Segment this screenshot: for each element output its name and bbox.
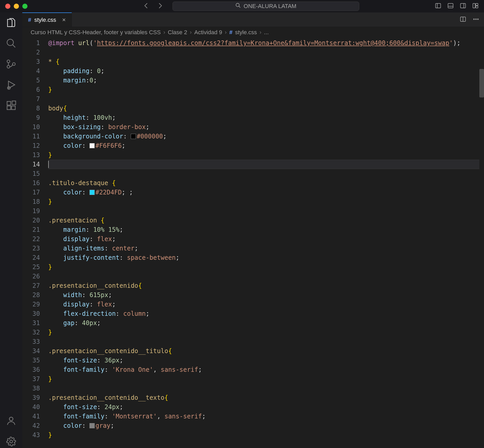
code-line[interactable] — [48, 272, 484, 281]
code-line[interactable] — [48, 337, 484, 346]
code-token: , — [157, 412, 164, 421]
svg-line-1 — [239, 6, 240, 8]
code-token — [48, 253, 63, 262]
code-line[interactable]: color: gray; — [48, 421, 484, 430]
code-token — [48, 66, 63, 76]
code-token: ; — [198, 365, 202, 374]
code-line[interactable]: } — [48, 262, 484, 272]
code-line[interactable]: } — [48, 197, 484, 206]
code-token: ; — [112, 234, 116, 244]
layout-customize-icon[interactable] — [472, 2, 479, 10]
source-control-icon[interactable] — [6, 59, 17, 71]
chevron-right-icon: › — [225, 29, 227, 36]
code-line[interactable]: @import url('https://fonts.googleapis.co… — [48, 38, 484, 48]
code-editor[interactable]: 1234567891011121314151617181920212223242… — [22, 38, 484, 448]
command-center-search[interactable]: ONE-ALURA LATAM — [172, 2, 359, 11]
code-line[interactable]: justify-content: space-between; — [48, 253, 484, 262]
code-line[interactable]: box-sizing: border-box; — [48, 122, 484, 132]
line-number: 42 — [22, 421, 40, 430]
code-token: .presentacion__contenido__titulo — [48, 346, 168, 356]
code-line[interactable]: background-color: #000000; — [48, 132, 484, 141]
code-line[interactable]: display: flex; — [48, 300, 484, 309]
code-token: ; — [97, 318, 101, 328]
nav-back-button[interactable] — [143, 2, 150, 10]
close-tab-button[interactable]: ✕ — [62, 17, 66, 23]
more-actions-icon[interactable] — [473, 16, 479, 24]
code-line[interactable]: * { — [48, 57, 484, 66]
code-token: ; — [108, 290, 112, 300]
code-line[interactable]: font-family: 'Montserrat', sans-serif; — [48, 412, 484, 421]
code-token: 0 — [89, 76, 93, 85]
code-line[interactable]: .presentacion { — [48, 216, 484, 225]
layout-sidebar-left-icon[interactable] — [435, 2, 441, 10]
code-line[interactable]: margin:0; — [48, 76, 484, 85]
minimize-window-button[interactable] — [14, 4, 19, 9]
scrollbar[interactable] — [479, 38, 484, 448]
svg-point-27 — [475, 19, 476, 19]
code-line[interactable]: flex-direction: column; — [48, 309, 484, 318]
explorer-icon[interactable] — [6, 17, 17, 29]
line-number: 7 — [22, 94, 40, 104]
nav-forward-button[interactable] — [156, 2, 164, 10]
code-token: 36px — [105, 356, 120, 365]
extensions-icon[interactable] — [6, 100, 17, 112]
scrollbar-thumb[interactable] — [479, 69, 484, 97]
code-line[interactable]: .presentacion__contenido__titulo{ — [48, 346, 484, 356]
close-window-button[interactable] — [5, 4, 10, 9]
code-line[interactable]: } — [48, 85, 484, 94]
breadcrumb-item[interactable]: ... — [264, 29, 269, 36]
breadcrumb[interactable]: Curso HTML y CSS-Header, footer y variab… — [22, 27, 484, 38]
breadcrumb-item[interactable]: Actividad 9 — [194, 29, 222, 36]
code-line[interactable]: gap: 40px; — [48, 318, 484, 328]
line-number: 40 — [22, 402, 40, 412]
code-line[interactable]: align-items: center; — [48, 244, 484, 253]
settings-gear-icon[interactable] — [6, 436, 17, 448]
color-swatch-icon — [131, 134, 136, 139]
code-line[interactable]: width: 615px; — [48, 290, 484, 300]
code-line[interactable] — [48, 206, 484, 216]
layout-panel-bottom-icon[interactable] — [447, 2, 454, 10]
code-line[interactable]: .presentacion__contenido{ — [48, 281, 484, 290]
code-line[interactable]: color: #F6F6F6; — [48, 141, 484, 150]
code-line[interactable]: margin: 10% 15%; — [48, 225, 484, 234]
breadcrumb-item[interactable]: Clase 2 — [168, 29, 187, 36]
split-editor-icon[interactable] — [460, 16, 466, 24]
line-number: 22 — [22, 234, 40, 244]
code-line[interactable]: font-size: 24px; — [48, 402, 484, 412]
line-number: 4 — [22, 66, 40, 76]
run-debug-icon[interactable] — [6, 79, 17, 91]
code-line[interactable]: color: #22D4FD; ; — [48, 188, 484, 197]
svg-point-11 — [7, 39, 13, 46]
code-line[interactable]: } — [48, 328, 484, 337]
breadcrumb-item[interactable]: Curso HTML y CSS-Header, footer y variab… — [31, 29, 161, 36]
code-token: ; — [120, 402, 123, 412]
breadcrumb-item[interactable]: style.css — [235, 29, 257, 36]
code-line[interactable] — [48, 169, 484, 178]
search-activity-icon[interactable] — [6, 38, 17, 50]
code-line[interactable]: } — [48, 430, 484, 440]
code-line[interactable] — [48, 94, 484, 104]
code-line[interactable] — [48, 48, 484, 57]
code-line[interactable]: .titulo-destaque { — [48, 178, 484, 188]
maximize-window-button[interactable] — [22, 4, 27, 9]
code-line[interactable]: font-size: 36px; — [48, 356, 484, 365]
code-line[interactable] — [48, 384, 484, 393]
code-token: ; — [110, 421, 114, 430]
tab-style-css[interactable]: # style.css ✕ — [22, 12, 72, 27]
code-line[interactable]: padding: 0; — [48, 66, 484, 76]
line-number: 2 — [22, 48, 40, 57]
code-token: : — [82, 290, 89, 300]
code-line[interactable]: .presentacion__contenido__texto{ — [48, 393, 484, 402]
code-line[interactable]: } — [48, 374, 484, 384]
layout-sidebar-right-icon[interactable] — [460, 2, 466, 10]
code-line[interactable]: height: 100vh; — [48, 113, 484, 122]
code-line[interactable]: } — [48, 150, 484, 160]
line-number: 30 — [22, 309, 40, 318]
accounts-icon[interactable] — [6, 415, 17, 427]
code-content[interactable]: @import url('https://fonts.googleapis.co… — [48, 38, 484, 448]
code-token: 100vh — [93, 113, 112, 122]
code-line[interactable] — [48, 160, 484, 169]
code-line[interactable]: display: flex; — [48, 234, 484, 244]
code-line[interactable]: font-family: 'Krona One', sans-serif; — [48, 365, 484, 374]
code-line[interactable]: body{ — [48, 104, 484, 113]
